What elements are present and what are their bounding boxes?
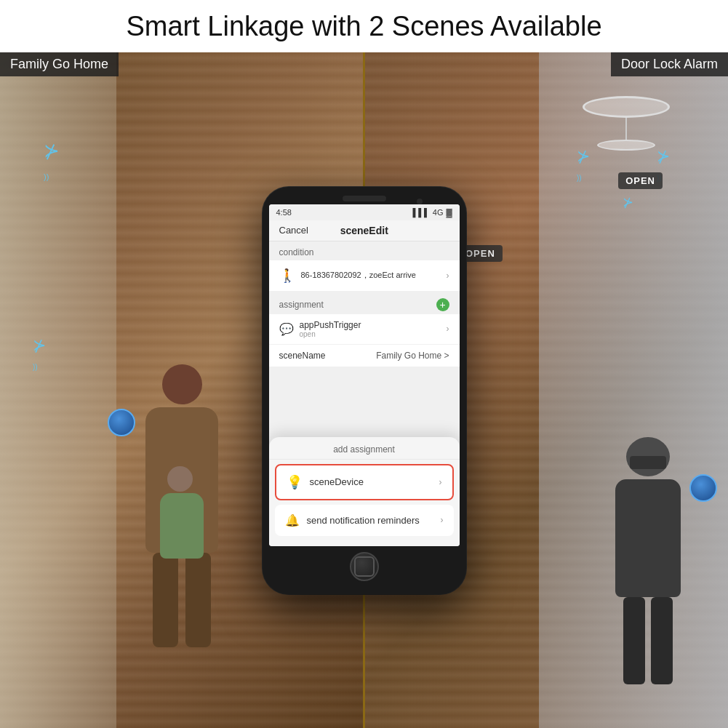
sheet-title: add assignment [269,437,460,460]
push-icon: 💬 [279,322,294,336]
door-handle-left [108,409,135,436]
phone-screen: 4:58 ▌▌▌ 4G ▓ Cancel sceneEdit co [269,204,460,546]
notification-icon: 🔔 [285,513,300,527]
condition-text: 86-18367802092，zoeEct arrive [301,270,416,281]
bottom-sheet: add assignment 💡 sceneDevice › [269,437,460,541]
scene-label-family-go-home: Family Go Home [0,52,119,76]
burglar-silhouette [583,379,713,684]
phone: 4:58 ▌▌▌ 4G ▓ Cancel sceneEdit co [263,187,466,594]
chandelier [583,96,670,154]
phone-camera [417,199,423,204]
bluetooth-icon-right-1: ⊁)) [577,147,590,185]
app-title: sceneEdit [340,225,388,236]
battery-icon: ▓ [446,208,452,217]
app-content: condition 🚶 86-18367802092，zoeEct arrive… [269,241,460,541]
scene-device-item[interactable]: 💡 sceneDevice › [275,464,454,500]
page-header: Smart Linkage with 2 Scenes Available [0,0,728,52]
assignment-header: assignment + [269,292,460,314]
cancel-button[interactable]: Cancel [279,225,308,236]
open-badge-3: OPEN [618,172,663,189]
push-trigger-sub: open [300,330,361,338]
bluetooth-icon-2: ⊁)) [33,336,46,374]
condition-label: condition [269,241,460,260]
chandelier-ring [583,96,670,118]
status-time: 4:58 [276,208,292,217]
notification-chevron: › [441,515,444,525]
phone-speaker [343,196,386,201]
condition-chevron: › [447,271,449,281]
app-header: Cancel sceneEdit [269,220,460,241]
scene-area: Family Go Home ⊁)) ⊁)) [0,52,728,728]
notification-label: send notification reminders [307,515,420,526]
network-type: 4G [433,208,444,217]
add-assignment-button[interactable]: + [436,298,449,311]
scene-device-icon: 💡 [287,474,303,490]
assignment-label: assignment [279,300,324,310]
bluetooth-icon-right-2: ⊁ [623,194,633,210]
scene-device-label: sceneDevice [310,476,364,487]
push-chevron: › [447,324,449,334]
person-icon: 🚶 [279,268,295,284]
signal-bars: ▌▌▌ [412,208,429,217]
push-trigger-name: appPushTrigger [300,320,361,330]
home-button-inner [354,556,375,577]
scene-device-chevron: › [439,477,442,487]
door-handle-right [689,474,717,502]
child-silhouette [160,466,218,583]
phone-wrapper: 4:58 ▌▌▌ 4G ▓ Cancel sceneEdit co [263,187,466,594]
page-title: Smart Linkage with 2 Scenes Available [126,11,601,42]
scene-name-row[interactable]: sceneName Family Go Home > [269,345,460,367]
status-bar: 4:58 ▌▌▌ 4G ▓ [269,204,460,220]
bluetooth-icon-1: ⊁)) [44,140,60,185]
scene-name-label: sceneName [279,351,326,361]
notification-reminder-item[interactable]: 🔔 send notification reminders › [275,505,454,536]
condition-row[interactable]: 🚶 86-18367802092，zoeEct arrive › [269,260,460,291]
home-button[interactable] [350,552,379,581]
status-right: ▌▌▌ 4G ▓ [412,208,452,217]
assignment-row-push[interactable]: 💬 appPushTrigger open › [269,314,460,344]
scene-name-value: Family Go Home > [376,351,449,361]
scene-label-door-lock-alarm: Door Lock Alarm [611,52,728,76]
